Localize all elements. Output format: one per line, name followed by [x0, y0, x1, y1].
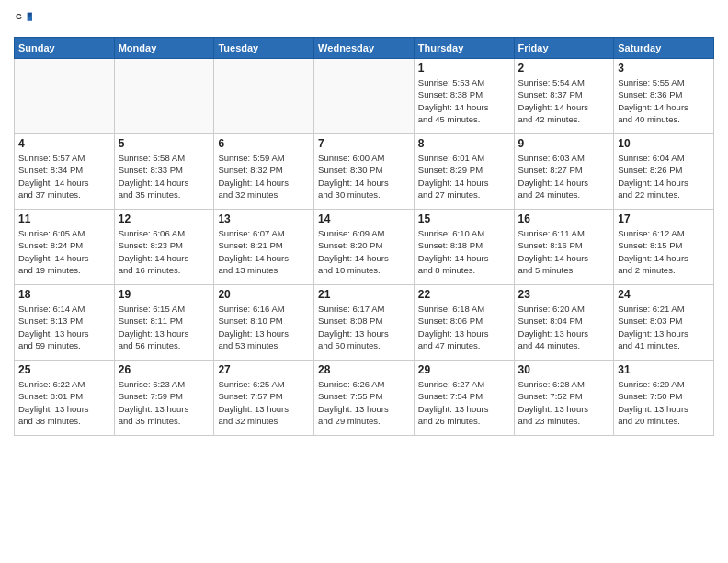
day-info: Sunrise: 5:54 AM Sunset: 8:37 PM Dayligh… [518, 76, 610, 125]
weekday-header: Saturday [614, 38, 714, 59]
day-info: Sunrise: 6:11 AM Sunset: 8:16 PM Dayligh… [518, 227, 610, 276]
calendar-cell: 5Sunrise: 5:58 AM Sunset: 8:33 PM Daylig… [114, 134, 214, 210]
day-info: Sunrise: 6:16 AM Sunset: 8:10 PM Dayligh… [218, 303, 310, 351]
day-number: 23 [518, 288, 610, 301]
day-info: Sunrise: 6:18 AM Sunset: 8:06 PM Dayligh… [418, 303, 510, 351]
calendar-cell: 4Sunrise: 5:57 AM Sunset: 8:34 PM Daylig… [15, 134, 115, 210]
day-info: Sunrise: 6:22 AM Sunset: 8:01 PM Dayligh… [18, 378, 110, 427]
calendar-cell: 20Sunrise: 6:16 AM Sunset: 8:10 PM Dayli… [214, 285, 314, 361]
calendar-cell: 13Sunrise: 6:07 AM Sunset: 8:21 PM Dayli… [214, 210, 314, 285]
day-number: 20 [218, 288, 310, 301]
day-info: Sunrise: 5:58 AM Sunset: 8:33 PM Dayligh… [119, 152, 210, 201]
calendar-cell: 21Sunrise: 6:17 AM Sunset: 8:08 PM Dayli… [314, 285, 415, 361]
day-info: Sunrise: 6:01 AM Sunset: 8:29 PM Dayligh… [418, 152, 510, 201]
calendar-week-row: 18Sunrise: 6:14 AM Sunset: 8:13 PM Dayli… [15, 285, 714, 361]
day-number: 13 [218, 213, 310, 225]
calendar-week-row: 4Sunrise: 5:57 AM Sunset: 8:34 PM Daylig… [15, 134, 714, 210]
calendar-cell: 1Sunrise: 5:53 AM Sunset: 8:38 PM Daylig… [414, 59, 514, 134]
weekday-header: Monday [114, 38, 214, 59]
day-number: 31 [618, 363, 710, 376]
day-info: Sunrise: 6:05 AM Sunset: 8:24 PM Dayligh… [18, 227, 110, 276]
day-number: 1 [418, 62, 510, 75]
calendar-cell: 14Sunrise: 6:09 AM Sunset: 8:20 PM Dayli… [314, 210, 415, 285]
day-number: 27 [218, 363, 310, 376]
day-info: Sunrise: 6:10 AM Sunset: 8:18 PM Dayligh… [418, 227, 510, 276]
calendar-cell [15, 59, 115, 134]
day-number: 5 [119, 137, 210, 150]
calendar-cell: 10Sunrise: 6:04 AM Sunset: 8:26 PM Dayli… [614, 134, 714, 210]
calendar-cell: 9Sunrise: 6:03 AM Sunset: 8:27 PM Daylig… [514, 134, 614, 210]
day-number: 16 [518, 213, 610, 225]
day-info: Sunrise: 6:12 AM Sunset: 8:15 PM Dayligh… [618, 227, 710, 276]
day-number: 21 [318, 288, 410, 301]
day-info: Sunrise: 6:00 AM Sunset: 8:30 PM Dayligh… [318, 152, 410, 201]
day-info: Sunrise: 5:53 AM Sunset: 8:38 PM Dayligh… [418, 76, 510, 125]
weekday-header: Wednesday [314, 38, 415, 59]
calendar-cell: 18Sunrise: 6:14 AM Sunset: 8:13 PM Dayli… [15, 285, 115, 361]
day-number: 4 [18, 137, 110, 150]
calendar-week-row: 11Sunrise: 6:05 AM Sunset: 8:24 PM Dayli… [15, 210, 714, 285]
calendar-cell: 19Sunrise: 6:15 AM Sunset: 8:11 PM Dayli… [114, 285, 214, 361]
calendar-cell: 26Sunrise: 6:23 AM Sunset: 7:59 PM Dayli… [114, 361, 214, 436]
weekday-header: Sunday [15, 38, 115, 59]
calendar-cell [214, 59, 314, 134]
day-info: Sunrise: 6:26 AM Sunset: 7:55 PM Dayligh… [318, 378, 410, 427]
day-number: 2 [518, 62, 610, 75]
day-info: Sunrise: 5:57 AM Sunset: 8:34 PM Dayligh… [18, 152, 110, 201]
day-info: Sunrise: 6:04 AM Sunset: 8:26 PM Dayligh… [618, 152, 710, 201]
day-number: 24 [618, 288, 710, 301]
weekday-header: Thursday [414, 38, 514, 59]
calendar-week-row: 25Sunrise: 6:22 AM Sunset: 8:01 PM Dayli… [15, 361, 714, 436]
calendar-cell: 30Sunrise: 6:28 AM Sunset: 7:52 PM Dayli… [514, 361, 614, 436]
calendar-cell: 11Sunrise: 6:05 AM Sunset: 8:24 PM Dayli… [15, 210, 115, 285]
day-info: Sunrise: 6:29 AM Sunset: 7:50 PM Dayligh… [618, 378, 710, 427]
day-info: Sunrise: 6:21 AM Sunset: 8:03 PM Dayligh… [618, 303, 710, 351]
day-number: 17 [618, 213, 710, 225]
day-info: Sunrise: 6:06 AM Sunset: 8:23 PM Dayligh… [119, 227, 210, 276]
day-number: 15 [418, 213, 510, 225]
calendar-cell [114, 59, 214, 134]
calendar-table: SundayMondayTuesdayWednesdayThursdayFrid… [14, 37, 714, 436]
day-number: 8 [418, 137, 510, 150]
day-info: Sunrise: 6:15 AM Sunset: 8:11 PM Dayligh… [119, 303, 210, 351]
calendar-cell: 3Sunrise: 5:55 AM Sunset: 8:36 PM Daylig… [614, 59, 714, 134]
day-number: 25 [18, 363, 110, 376]
day-number: 6 [218, 137, 310, 150]
weekday-header: Friday [514, 38, 614, 59]
day-info: Sunrise: 6:07 AM Sunset: 8:21 PM Dayligh… [218, 227, 310, 276]
day-info: Sunrise: 6:17 AM Sunset: 8:08 PM Dayligh… [318, 303, 410, 351]
day-info: Sunrise: 5:59 AM Sunset: 8:32 PM Dayligh… [218, 152, 310, 201]
day-number: 3 [618, 62, 710, 75]
day-number: 11 [18, 213, 110, 225]
day-number: 28 [318, 363, 410, 376]
day-number: 12 [119, 213, 210, 225]
weekday-header: Tuesday [214, 38, 314, 59]
calendar-cell: 7Sunrise: 6:00 AM Sunset: 8:30 PM Daylig… [314, 134, 415, 210]
day-info: Sunrise: 6:14 AM Sunset: 8:13 PM Dayligh… [18, 303, 110, 351]
day-number: 7 [318, 137, 410, 150]
calendar-cell: 25Sunrise: 6:22 AM Sunset: 8:01 PM Dayli… [15, 361, 115, 436]
day-number: 14 [318, 213, 410, 225]
calendar-cell: 24Sunrise: 6:21 AM Sunset: 8:03 PM Dayli… [614, 285, 714, 361]
day-number: 9 [518, 137, 610, 150]
day-info: Sunrise: 6:27 AM Sunset: 7:54 PM Dayligh… [418, 378, 510, 427]
calendar-cell: 27Sunrise: 6:25 AM Sunset: 7:57 PM Dayli… [214, 361, 314, 436]
day-number: 10 [618, 137, 710, 150]
calendar-cell: 31Sunrise: 6:29 AM Sunset: 7:50 PM Dayli… [614, 361, 714, 436]
day-number: 19 [119, 288, 210, 301]
logo-icon: G [16, 9, 32, 29]
logo: G [14, 9, 32, 29]
calendar-cell: 17Sunrise: 6:12 AM Sunset: 8:15 PM Dayli… [614, 210, 714, 285]
calendar-cell [314, 59, 415, 134]
calendar-cell: 28Sunrise: 6:26 AM Sunset: 7:55 PM Dayli… [314, 361, 415, 436]
day-info: Sunrise: 6:09 AM Sunset: 8:20 PM Dayligh… [318, 227, 410, 276]
day-number: 29 [418, 363, 510, 376]
day-info: Sunrise: 6:23 AM Sunset: 7:59 PM Dayligh… [119, 378, 210, 427]
day-info: Sunrise: 6:20 AM Sunset: 8:04 PM Dayligh… [518, 303, 610, 351]
day-number: 30 [518, 363, 610, 376]
day-info: Sunrise: 5:55 AM Sunset: 8:36 PM Dayligh… [618, 76, 710, 125]
calendar-cell: 29Sunrise: 6:27 AM Sunset: 7:54 PM Dayli… [414, 361, 514, 436]
day-number: 26 [119, 363, 210, 376]
calendar-cell: 12Sunrise: 6:06 AM Sunset: 8:23 PM Dayli… [114, 210, 214, 285]
calendar-cell: 15Sunrise: 6:10 AM Sunset: 8:18 PM Dayli… [414, 210, 514, 285]
